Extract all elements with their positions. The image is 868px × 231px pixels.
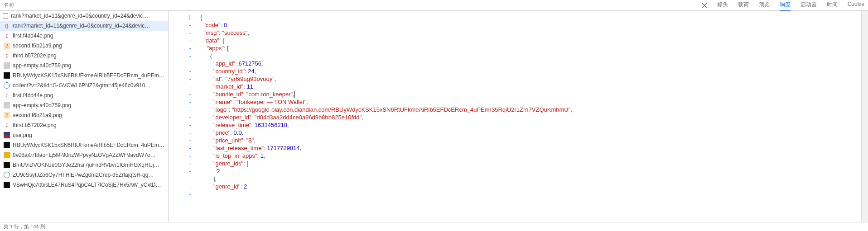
- network-row[interactable]: collect?v=2&tid=G-GVCWL6PNZ2&gtm=45je46c…: [0, 80, 168, 90]
- gutter-line[interactable]: -: [169, 113, 191, 121]
- code-line: "is_top_in_apps": 1,: [200, 152, 868, 160]
- network-row-name: app-empty.a40d759.png: [13, 102, 164, 108]
- img-dark-icon: [4, 142, 10, 148]
- gutter-line[interactable]: -: [169, 152, 191, 160]
- details-tab-4[interactable]: 启动器: [800, 0, 817, 11]
- network-row[interactable]: ZU9cSsyIJZo6Oy7HTHiEPwZg0m2Crep-d5Zrfajq…: [0, 170, 168, 180]
- details-tab-6[interactable]: Cookie: [848, 0, 864, 11]
- code-line: "logo": "https://google-play.cdn.diandia…: [200, 106, 868, 113]
- network-request-list[interactable]: rank?market_id=11&genre_id=0&country_id=…: [0, 11, 169, 222]
- gutter-line[interactable]: -: [169, 44, 191, 52]
- code-gutter[interactable]: 1----------------------: [169, 11, 195, 222]
- details-tab-0[interactable]: 标头: [717, 0, 728, 11]
- network-row[interactable]: VSwHQjcAttxsLE47RuS4PqpC4LT7lCoSjE7Hx5AW…: [0, 180, 168, 190]
- network-row[interactable]: 1first.f4dd44e.png: [0, 31, 168, 41]
- code-line: {: [200, 52, 868, 60]
- gutter-line[interactable]: 1: [169, 14, 191, 21]
- network-row-name: rank?market_id=11&genre_id=0&country_id=…: [11, 13, 164, 19]
- code-line: "developer_id": "d04d3aa2dd4ce0a96d9b8bb…: [200, 113, 868, 121]
- details-tab-3[interactable]: 响应: [780, 0, 791, 11]
- close-icon[interactable]: [701, 2, 708, 9]
- network-row[interactable]: RBUyWdycKSK15xSN6RtUFkmeAiRlb5EFDcERcm_4…: [0, 71, 168, 80]
- code-line: "apps": [: [200, 44, 868, 52]
- network-row[interactable]: app-empty.a40d759.png: [0, 100, 168, 110]
- network-row-name: usa.png: [13, 132, 164, 138]
- png-strike-icon: 1: [4, 122, 10, 128]
- img-dark-icon: [4, 182, 10, 188]
- network-row[interactable]: app-empty.a40d759.png: [0, 61, 168, 71]
- png-strike-icon: 1: [4, 92, 10, 99]
- gutter-line[interactable]: -: [169, 67, 191, 75]
- network-row[interactable]: rank?market_id=11&genre_id=0&country_id=…: [0, 11, 168, 21]
- network-row-name: BmUViDVOKNJe0GYJe22hsr7juFndRVbvr1fGmHGX…: [13, 162, 164, 168]
- gutter-line[interactable]: -: [169, 29, 191, 37]
- gutter-line[interactable]: -: [169, 83, 191, 90]
- code-line: "code": 0,: [200, 21, 868, 29]
- response-panel: 1---------------------- { "code": 0, "ms…: [169, 11, 868, 222]
- gutter-line[interactable]: -: [169, 75, 191, 83]
- gutter-line[interactable]: -: [169, 121, 191, 129]
- network-row[interactable]: 2second.f6b21a9.png: [0, 41, 168, 51]
- network-row[interactable]: RBUyWdycKSK15xSN6RtUFkmeAiRlb5EFDcERcm_4…: [0, 140, 168, 150]
- png-strike-icon: 1: [4, 52, 10, 59]
- code-line: "price": 0.0,: [200, 129, 868, 137]
- gutter-line[interactable]: -: [169, 60, 191, 67]
- network-row-name: first.f4dd44e.png: [13, 33, 164, 39]
- code-line: "release_time": 1633456218,: [200, 121, 868, 129]
- gutter-line[interactable]: -: [169, 144, 191, 152]
- network-row[interactable]: BmUViDVOKNJe0GYJe22hsr7juFndRVbvr1fGmHGX…: [0, 160, 168, 170]
- gutter-line[interactable]: -: [169, 190, 191, 198]
- checkbox-icon: [3, 13, 8, 19]
- gutter-line[interactable]: -: [169, 129, 191, 137]
- details-tab-5[interactable]: 时间: [827, 0, 838, 11]
- code-line: "price_unit": "$",: [200, 137, 868, 144]
- details-tab-1[interactable]: 载荷: [738, 0, 749, 11]
- network-row[interactable]: 9v08ai07I8aoFLj5M-90nzWPpvyNzOVgA2ZWF9av…: [0, 150, 168, 160]
- gutter-line[interactable]: -: [169, 137, 191, 144]
- png-strike-icon: 1: [4, 33, 10, 39]
- network-row[interactable]: 1third.b57202e.png: [0, 120, 168, 130]
- code-line: 2: [200, 167, 868, 175]
- gutter-line[interactable]: -: [169, 106, 191, 113]
- gutter-line[interactable]: -: [169, 183, 191, 190]
- status-cursor: 第 1 行，第 144 列: [4, 223, 45, 230]
- network-row-name: second.f6b21a9.png: [13, 112, 164, 118]
- gutter-line[interactable]: -: [169, 160, 191, 167]
- response-code-view[interactable]: { "code": 0, "msg": "success", "data": {…: [195, 11, 868, 222]
- code-line: "msg": "success",: [200, 29, 868, 37]
- gutter-line[interactable]: -: [169, 167, 191, 175]
- details-tab-2[interactable]: 预览: [759, 0, 770, 11]
- png2-icon: 2: [4, 42, 10, 49]
- status-bar: 第 1 行，第 144 列: [0, 222, 868, 231]
- network-row-name: ZU9cSsyIJZo6Oy7HTHiEPwZg0m2Crep-d5Zrfajq…: [13, 172, 164, 178]
- code-line: "last_release_time": 1717729814,: [200, 144, 868, 152]
- gutter-line[interactable]: -: [169, 90, 191, 98]
- img-pale-icon: [4, 62, 10, 69]
- code-line: "genre_id": 2: [200, 183, 868, 190]
- braces-icon: {}: [4, 23, 10, 29]
- code-line: "country_id": 24,: [200, 67, 868, 75]
- gutter-line[interactable]: -: [169, 37, 191, 44]
- circ-o-icon: [4, 172, 10, 178]
- vertical-scrollbar[interactable]: [861, 11, 868, 222]
- network-row[interactable]: usa.png: [0, 130, 168, 140]
- code-line: "app_id": 6712756,: [200, 60, 868, 67]
- column-header-name: 名称: [4, 1, 14, 9]
- network-row-name: RBUyWdycKSK15xSN6RtUFkmeAiRlb5EFDcERcm_4…: [13, 142, 164, 148]
- network-row-name: second.f6b21a9.png: [13, 42, 164, 49]
- network-row[interactable]: 1first.f4dd44e.png: [0, 90, 168, 100]
- network-row-name: rank?market_id=11&genre_id=0&country_id=…: [13, 23, 164, 29]
- gutter-line[interactable]: -: [169, 52, 191, 60]
- network-row[interactable]: 2second.f6b21a9.png: [0, 110, 168, 120]
- gutter-line[interactable]: [169, 175, 191, 183]
- network-row[interactable]: 1third.b57202e.png: [0, 51, 168, 61]
- details-toolbar: 名称 标头载荷预览响应启动器时间Cookie: [0, 0, 868, 11]
- network-row-name: VSwHQjcAttxsLE47RuS4PqpC4LT7lCoSjE7Hx5AW…: [13, 182, 164, 188]
- code-line: "data": {: [200, 37, 868, 44]
- gutter-line[interactable]: -: [169, 98, 191, 106]
- network-row-name: first.f4dd44e.png: [13, 92, 164, 99]
- gutter-line[interactable]: -: [169, 21, 191, 29]
- network-row[interactable]: {}rank?market_id=11&genre_id=0&country_i…: [0, 21, 168, 31]
- code-line: "market_id": 11,: [200, 83, 868, 90]
- img-dark-icon: [4, 72, 10, 79]
